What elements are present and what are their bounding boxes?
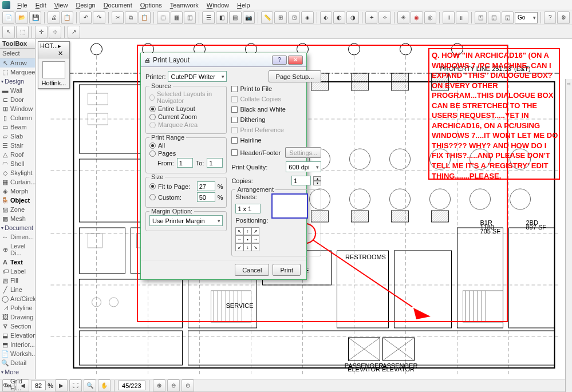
tool-text[interactable]: AText xyxy=(0,258,35,267)
cut-icon[interactable]: ✂ xyxy=(112,11,124,24)
tool-slab[interactable]: ▱Slab xyxy=(0,132,35,141)
chk-hairline[interactable] xyxy=(231,137,238,144)
toolbox-design-hdr[interactable]: Design xyxy=(0,77,35,86)
tool-d-icon[interactable]: ◧ xyxy=(216,11,228,24)
chk-bw[interactable] xyxy=(231,106,238,113)
tool-column[interactable]: ▯Column xyxy=(0,113,35,122)
go-combo[interactable]: Go xyxy=(515,12,538,23)
radio-pages[interactable] xyxy=(149,151,156,157)
toolbox-more-hdr[interactable]: More xyxy=(0,367,35,377)
tool-marquee[interactable]: ⬚Marquee xyxy=(0,68,35,77)
radio-custom[interactable] xyxy=(149,194,156,200)
fit-input[interactable] xyxy=(197,181,215,191)
tool-f-icon[interactable]: ⊞ xyxy=(274,11,286,24)
quality-combo[interactable]: 600 dpi xyxy=(286,161,321,172)
radio-fit[interactable] xyxy=(149,183,156,189)
menu-edit[interactable]: Edit xyxy=(32,1,50,9)
menu-teamwork[interactable]: Teamwork xyxy=(167,1,202,9)
tool-i-icon[interactable]: ⬖ xyxy=(320,11,332,24)
tool-q-icon[interactable]: ◲ xyxy=(488,11,500,24)
copies-spinner[interactable]: ▴▾ xyxy=(313,176,321,185)
tool-door[interactable]: ⊏Door xyxy=(0,95,35,104)
arrow-tool-icon[interactable]: ↗ xyxy=(68,26,80,38)
tool-e-icon[interactable]: ▤ xyxy=(229,11,241,24)
copies-input[interactable] xyxy=(291,176,311,185)
zoom-a-icon[interactable]: ⊕ xyxy=(153,379,165,392)
tool-k-icon[interactable]: ◑ xyxy=(346,11,358,24)
tool-stair[interactable]: ☰Stair xyxy=(0,141,35,150)
tool-label[interactable]: 🏷Label xyxy=(0,267,35,276)
redo-icon[interactable]: ↷ xyxy=(93,11,105,24)
from-input[interactable] xyxy=(177,158,193,168)
save-icon[interactable]: 💾 xyxy=(29,11,41,24)
snap-a-icon[interactable]: ✛ xyxy=(35,26,48,38)
tool-mesh[interactable]: ▩Mesh xyxy=(0,214,35,223)
tool-zone[interactable]: ▨Zone xyxy=(0,205,35,214)
tool-grid[interactable]: ⊕Grid El... xyxy=(0,377,35,392)
camera-icon[interactable]: 📷 xyxy=(243,11,255,24)
tool-object[interactable]: 🪑Object xyxy=(0,196,35,205)
radio-entire-layout[interactable] xyxy=(149,106,156,112)
zoom-fit-icon[interactable]: ⛶ xyxy=(69,379,82,392)
radio-current-zoom[interactable] xyxy=(149,114,156,120)
sun-icon[interactable]: ☀ xyxy=(397,11,409,24)
cancel-button[interactable]: Cancel xyxy=(235,264,269,276)
menu-help[interactable]: Help xyxy=(234,1,254,9)
measure-icon[interactable]: 📏 xyxy=(261,11,273,24)
print-button[interactable]: Print xyxy=(273,264,301,276)
tool-elevation[interactable]: ⬓Elevation xyxy=(0,331,35,340)
dialog-titlebar[interactable]: 🖨 Print Layout ? ✕ xyxy=(141,53,306,67)
select-mode-icon[interactable]: ⬚ xyxy=(16,26,29,38)
hotlink-icon[interactable] xyxy=(42,61,65,78)
new-icon[interactable]: 📄 xyxy=(2,11,14,24)
tool-a-icon[interactable]: ⬚ xyxy=(157,11,169,24)
tool-n-icon[interactable]: ◉ xyxy=(411,11,423,24)
dialog-help-icon[interactable]: ? xyxy=(272,56,287,65)
page-setup-button[interactable]: Page Setup... xyxy=(269,70,322,82)
palette-close-icon[interactable]: ▸ ✕ xyxy=(58,42,68,57)
tool-dimension[interactable]: ↔Dimen... xyxy=(0,232,35,241)
hotlink-palette[interactable]: HOT...▸ ✕ Hotlink... xyxy=(38,41,70,89)
tool-j-icon[interactable]: ◐ xyxy=(333,11,345,24)
tool-interior[interactable]: ⬒Interior... xyxy=(0,340,35,349)
chk-print-file[interactable] xyxy=(231,86,238,92)
tool-r-icon[interactable]: ◱ xyxy=(502,11,514,24)
tool-s-icon[interactable]: ⚙ xyxy=(557,11,569,24)
menu-document[interactable]: Document xyxy=(100,1,136,9)
tool-morph[interactable]: ◈Morph xyxy=(0,187,35,196)
tool-drawing[interactable]: 🖼Drawing xyxy=(0,312,35,322)
zoom-in-icon[interactable]: 🔍 xyxy=(84,379,96,392)
margin-combo[interactable]: Use Printer Margin xyxy=(149,215,223,226)
chk-header-footer[interactable] xyxy=(231,149,238,156)
distribute-icon[interactable]: ⫼ xyxy=(456,11,468,24)
right-tab-strip[interactable]: T xyxy=(565,79,572,392)
undo-icon[interactable]: ↶ xyxy=(80,11,92,24)
tool-roof[interactable]: △Roof xyxy=(0,150,35,159)
toolbox-doc-hdr[interactable]: Document xyxy=(0,223,35,232)
positioning-grid[interactable]: ↖↑↗←•→↙↓↘ xyxy=(235,227,268,251)
custom-input[interactable] xyxy=(197,192,215,202)
pointer-icon[interactable]: ↖ xyxy=(2,26,15,38)
tool-shell[interactable]: ◠Shell xyxy=(0,159,35,168)
tool-o-icon[interactable]: ◎ xyxy=(424,11,436,24)
print-icon[interactable]: 🖨 xyxy=(48,11,60,24)
tool-l-icon[interactable]: ✦ xyxy=(365,11,377,24)
help-icon[interactable]: ? xyxy=(544,11,556,24)
pan-icon[interactable]: ✋ xyxy=(98,379,111,392)
tool-detail[interactable]: 🔍Detail xyxy=(0,358,35,367)
menu-file[interactable]: File xyxy=(14,1,31,9)
menu-design[interactable]: Design xyxy=(72,1,98,9)
menu-view[interactable]: View xyxy=(51,1,72,9)
to-input[interactable] xyxy=(207,158,223,168)
snap-b-icon[interactable]: ⊹ xyxy=(49,26,61,38)
tool-g-icon[interactable]: ⊡ xyxy=(288,11,300,24)
tool-m-icon[interactable]: ✧ xyxy=(378,11,390,24)
tool-section[interactable]: ⛛Section xyxy=(0,322,35,331)
tool-c-icon[interactable]: ◫ xyxy=(184,11,196,24)
tool-curtain[interactable]: ▦Curtain... xyxy=(0,177,35,187)
plot-icon[interactable]: 📋 xyxy=(61,11,73,24)
tool-skylight[interactable]: ◇Skylight xyxy=(0,168,35,177)
dialog-close-icon[interactable]: ✕ xyxy=(288,56,303,65)
nav-next-icon[interactable]: ▶ xyxy=(55,379,68,392)
tool-p-icon[interactable]: ◳ xyxy=(475,11,487,24)
